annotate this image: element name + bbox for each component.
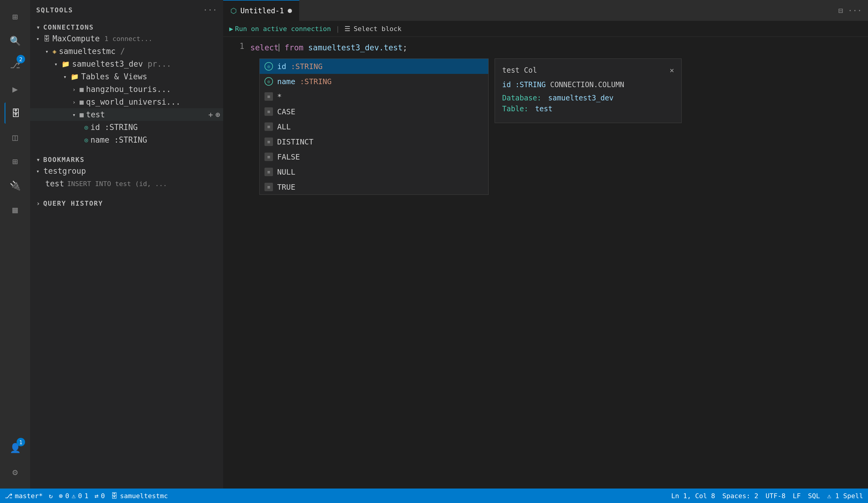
table-qs[interactable]: › ▦ qs_world_universi... bbox=[30, 96, 223, 108]
activity-bar: ⊞ 🔍 ⎇ 2 ▶ 🗄 ◫ ⊞ 🔌 ▦ 👤 1 ⚙ bbox=[0, 0, 30, 489]
add-column-button[interactable]: + bbox=[208, 110, 213, 119]
table-hangzhou[interactable]: › ▦ hangzhou_touris... bbox=[30, 83, 223, 96]
status-remote[interactable]: ⇄ 0 bbox=[94, 492, 105, 500]
column-id[interactable]: ◎ id :STRING bbox=[30, 121, 223, 134]
editor-toolbar: ▶ Run on active connection | ☰ Select bl… bbox=[223, 21, 868, 37]
git-branch-icon: ⎇ bbox=[5, 492, 12, 500]
ac-distinct-text: DISTINCT bbox=[277, 137, 313, 146]
table-test[interactable]: ▾ ▦ test + ⊕ bbox=[30, 108, 223, 121]
connections-section[interactable]: ▾ CONNECTIONS bbox=[30, 20, 223, 32]
encoding-indicator[interactable]: UTF-8 bbox=[765, 492, 785, 500]
run-button[interactable]: ▶ Run on active connection bbox=[229, 25, 331, 33]
activity-icon-git[interactable]: ⎇ 2 bbox=[4, 54, 25, 75]
more-actions-icon[interactable]: ··· bbox=[848, 6, 862, 15]
activity-icon-search[interactable]: 🔍 bbox=[4, 30, 25, 51]
ac-case-text: CASE bbox=[277, 107, 295, 116]
schema-chevron-icon: ▾ bbox=[45, 48, 52, 55]
ac-name-text: name :STRING bbox=[277, 77, 332, 86]
activity-icon-database[interactable]: 🗄 bbox=[4, 103, 25, 124]
schema-samueltestmc[interactable]: ▾ ◈ samueltestmc / bbox=[30, 45, 223, 57]
status-right: Ln 1, Col 8 Spaces: 2 UTF-8 LF SQL ⚠ 1 S… bbox=[671, 492, 863, 500]
ac-item-distinct[interactable]: ≡ DISTINCT bbox=[260, 134, 488, 149]
status-connection[interactable]: 🗄 samueltestmc bbox=[111, 492, 168, 500]
sync-icon: ↻ bbox=[49, 492, 53, 500]
ac-kw-icon-false: ≡ bbox=[265, 153, 273, 161]
ac-kw-icon-null: ≡ bbox=[265, 168, 273, 176]
ac-item-true[interactable]: ≡ TRUE bbox=[260, 179, 488, 195]
activity-icon-settings[interactable]: ⚙ bbox=[4, 461, 25, 482]
sidebar: SQLTOOLS ··· ▾ CONNECTIONS ▾ 🗄 MaxComput… bbox=[30, 0, 223, 489]
testgroup-chevron-icon: ▾ bbox=[36, 168, 43, 174]
line-numbers: 1 bbox=[223, 37, 247, 489]
tab-untitled1[interactable]: ⬡ Untitled-1 bbox=[223, 0, 299, 21]
status-errors[interactable]: ⊗ 0 ⚠ 0 1 bbox=[59, 492, 89, 500]
test-table-icon: ▦ bbox=[80, 111, 84, 118]
warning-count: 0 bbox=[78, 492, 82, 500]
info-table-label: Table: bbox=[502, 105, 528, 113]
code-line-1: select from samueltest3_dev.test ; bbox=[247, 42, 868, 54]
ac-all-text: ALL bbox=[277, 123, 291, 131]
ac-true-text: TRUE bbox=[277, 183, 295, 191]
bookmarks-label: BOOKMARKS bbox=[43, 156, 84, 164]
connections-label: CONNECTIONS bbox=[43, 23, 94, 31]
extensions-icon: ⊞ bbox=[12, 11, 18, 22]
info-id-type: id :STRING bbox=[502, 81, 546, 89]
status-sync[interactable]: ↻ bbox=[49, 492, 53, 500]
diagram-icon: ◫ bbox=[12, 132, 18, 143]
activity-icon-table2[interactable]: ▦ bbox=[4, 199, 25, 220]
activity-icon-blocks[interactable]: ⊞ bbox=[4, 151, 25, 172]
connection-maxcompute[interactable]: ▾ 🗄 MaxCompute 1 connect... bbox=[30, 32, 223, 45]
column-id-name: id :STRING bbox=[91, 123, 138, 132]
tables-chevron-icon: ▾ bbox=[63, 74, 71, 80]
info-database-label: Database: bbox=[502, 94, 541, 102]
settings-icon: ⚙ bbox=[12, 467, 18, 478]
info-selected-item: id :STRING CONNECTION.COLUMN bbox=[502, 81, 674, 89]
tab-sql-icon: ⬡ bbox=[230, 7, 237, 15]
account-badge: 1 bbox=[17, 438, 25, 446]
bookmarks-section[interactable]: ▾ BOOKMARKS bbox=[30, 152, 223, 165]
column-name[interactable]: ◎ name :STRING bbox=[30, 134, 223, 146]
tab-bar: ⬡ Untitled-1 ⊟ ··· bbox=[223, 0, 868, 21]
ac-item-null[interactable]: ≡ NULL bbox=[260, 164, 488, 179]
notification-count[interactable]: ⚠ 1 Spell bbox=[827, 492, 863, 500]
schema-name: samueltestmc bbox=[59, 47, 115, 56]
query-history-chevron-icon: › bbox=[36, 200, 41, 207]
ac-item-false[interactable]: ≡ FALSE bbox=[260, 149, 488, 164]
activity-icon-account[interactable]: 👤 1 bbox=[4, 437, 25, 458]
table-hangzhou-name: hangzhou_touris... bbox=[86, 85, 171, 94]
bookmark-group-testgroup[interactable]: ▾ testgroup bbox=[30, 165, 223, 177]
status-git[interactable]: ⎇ master* bbox=[5, 492, 43, 500]
remote-count: 0 bbox=[101, 492, 105, 500]
spaces-indicator[interactable]: Spaces: 2 bbox=[722, 492, 758, 500]
activity-icon-plugin[interactable]: 🔌 bbox=[4, 175, 25, 196]
activity-icon-run[interactable]: ▶ bbox=[4, 78, 25, 99]
ac-item-id[interactable]: ◎ id :STRING bbox=[260, 59, 488, 74]
database-samueltest3[interactable]: ▾ 📁 samueltest3_dev pr... bbox=[30, 57, 223, 70]
cursor-position[interactable]: Ln 1, Col 8 bbox=[671, 492, 715, 500]
ac-item-case[interactable]: ≡ CASE bbox=[260, 104, 488, 119]
ac-kw-icon-case: ≡ bbox=[265, 107, 273, 116]
bookmark-item-test[interactable]: test INSERT INTO test (id, ... bbox=[30, 177, 223, 190]
error-count: 0 bbox=[65, 492, 69, 500]
ac-item-name[interactable]: ◎ name :STRING bbox=[260, 74, 488, 89]
language-indicator[interactable]: SQL bbox=[808, 492, 820, 500]
ac-item-star[interactable]: ≡ * bbox=[260, 89, 488, 104]
select-block-label[interactable]: Select block bbox=[353, 25, 401, 33]
sidebar-ellipsis-button[interactable]: ··· bbox=[203, 6, 217, 14]
query-history-label: QUERY HISTORY bbox=[43, 200, 103, 207]
activity-icon-diagram[interactable]: ◫ bbox=[4, 127, 25, 148]
line-ending-indicator[interactable]: LF bbox=[793, 492, 801, 500]
query-history-section[interactable]: › QUERY HISTORY bbox=[30, 196, 223, 208]
search-table-button[interactable]: ⊕ bbox=[215, 110, 220, 119]
cursor bbox=[279, 44, 279, 52]
sidebar-title: SQLTOOLS bbox=[36, 6, 73, 14]
tables-views-label: Tables & Views bbox=[81, 72, 147, 81]
error-icon: ⊗ bbox=[59, 492, 63, 500]
ac-item-all[interactable]: ≡ ALL bbox=[260, 119, 488, 134]
info-close-button[interactable]: ✕ bbox=[670, 66, 674, 74]
activity-icon-extensions[interactable]: ⊞ bbox=[4, 6, 25, 27]
table-qs-icon: ▦ bbox=[80, 98, 84, 106]
split-editor-icon[interactable]: ⊟ bbox=[838, 6, 843, 15]
table-icon: ▦ bbox=[80, 86, 84, 93]
tables-views-section[interactable]: ▾ 📁 Tables & Views bbox=[30, 70, 223, 83]
